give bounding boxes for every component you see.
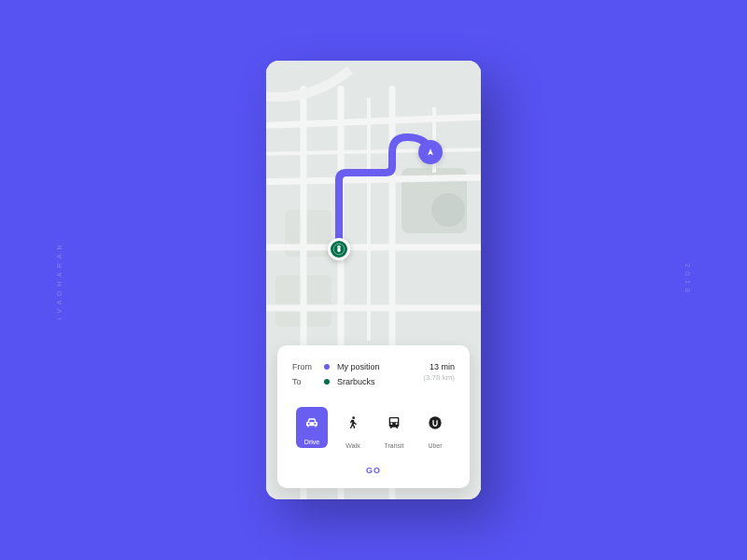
uber-icon: [428, 415, 443, 430]
eta-distance: (3.78 km): [423, 373, 455, 382]
mode-walk-label: Walk: [345, 442, 359, 449]
from-value: My position: [337, 362, 423, 371]
svg-point-18: [339, 247, 340, 248]
svg-point-17: [338, 247, 339, 248]
from-row[interactable]: From My position: [292, 362, 423, 371]
phone-frame: From My position To Srarbucks 13 min (3.…: [266, 61, 481, 499]
from-dot-icon: [324, 364, 330, 370]
eta-time: 13 min: [423, 362, 455, 371]
destination-pin-starbucks[interactable]: [328, 238, 350, 260]
mode-uber-label: Uber: [428, 442, 442, 449]
mode-drive[interactable]: Drive: [294, 407, 330, 449]
mode-transit[interactable]: Transit: [376, 407, 412, 449]
starbucks-icon: [332, 243, 345, 256]
svg-line-6: [266, 177, 481, 182]
svg-point-20: [429, 416, 441, 428]
to-dot-icon: [324, 379, 330, 385]
mode-uber[interactable]: Uber: [417, 407, 453, 449]
walk-icon: [345, 415, 360, 430]
svg-point-19: [352, 416, 355, 419]
to-row[interactable]: To Srarbucks: [292, 377, 423, 386]
navigation-arrow-icon: [426, 147, 435, 157]
transport-modes: Drive Walk Transit Uber: [292, 407, 455, 449]
watermark-left: IVADHARAN: [56, 240, 63, 319]
go-button[interactable]: GO: [292, 462, 455, 479]
mode-drive-label: Drive: [296, 437, 328, 448]
car-icon: [304, 415, 319, 430]
mode-walk[interactable]: Walk: [335, 407, 371, 449]
from-label: From: [292, 362, 320, 371]
to-value: Srarbucks: [337, 377, 423, 386]
current-location-pin[interactable]: [418, 140, 443, 164]
transit-icon: [387, 415, 402, 430]
route-card: From My position To Srarbucks 13 min (3.…: [277, 345, 470, 488]
to-label: To: [292, 377, 320, 386]
eta-box: 13 min (3.78 km): [423, 362, 455, 392]
route-summary: From My position To Srarbucks 13 min (3.…: [292, 362, 455, 392]
svg-point-2: [431, 193, 465, 227]
mode-transit-label: Transit: [384, 442, 403, 449]
watermark-right: 2018: [684, 263, 691, 297]
